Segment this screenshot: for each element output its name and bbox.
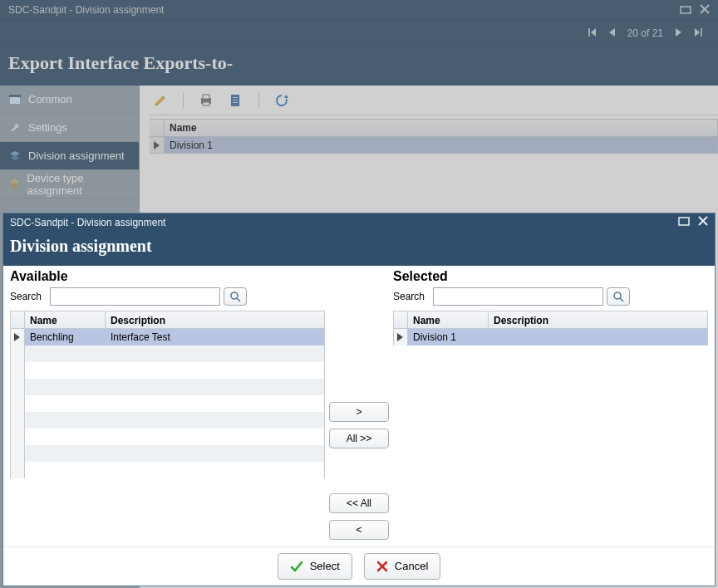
available-search-button[interactable] [224,287,247,306]
available-title: Available [10,269,325,284]
list-row [11,462,324,478]
select-button-label: Select [310,560,340,572]
list-row [11,345,324,362]
selected-search-button[interactable] [607,287,630,306]
move-right-button[interactable]: > [329,402,389,422]
col-description: Description [489,311,707,328]
row-indicator-icon [394,329,408,345]
col-name: Name [408,311,489,328]
available-search-label: Search [10,291,42,302]
col-description: Description [106,311,324,328]
magnifier-icon [612,291,624,302]
list-row [11,379,324,395]
available-search-input[interactable] [50,287,220,306]
available-list-header: Name Description [10,311,325,329]
dialog-maximize-icon[interactable] [678,216,690,228]
list-row [11,412,324,429]
available-pane: Available Search Name Description [10,269,325,546]
col-name: Name [25,311,106,328]
available-cell-name: Benchling [25,331,106,343]
move-all-right-button[interactable]: All >> [329,429,389,448]
check-icon [290,560,303,573]
cancel-button[interactable]: Cancel [364,553,440,580]
select-button[interactable]: Select [278,553,352,580]
dialog-heading: Division assignment [3,232,715,266]
list-row [11,362,324,379]
selected-pane: Selected Search Name Description [393,269,708,546]
magnifier-icon [229,291,241,302]
list-row [11,445,324,462]
division-assignment-dialog: SDC-Sandpit - Division assignment Divisi… [2,213,716,586]
selected-list-body: Division 1 [393,329,708,345]
selected-search-input[interactable] [433,287,603,306]
svg-rect-20 [679,218,689,225]
list-row [11,429,324,445]
selected-list-header: Name Description [393,311,708,329]
available-list-body: Benchling Interface Test [10,329,325,478]
svg-point-23 [614,292,621,299]
selected-title: Selected [393,269,708,284]
move-left-button[interactable]: < [329,520,389,540]
available-row[interactable]: Benchling Interface Test [11,329,324,345]
x-icon [376,561,388,572]
selected-row[interactable]: Division 1 [394,329,707,345]
dialog-close-icon[interactable] [698,216,708,228]
dialog-titlebar: SDC-Sandpit - Division assignment [3,213,715,232]
svg-marker-24 [397,333,403,341]
selected-search-label: Search [393,291,425,302]
cancel-button-label: Cancel [395,560,428,572]
selected-cell-name: Division 1 [408,331,489,343]
dialog-title: SDC-Sandpit - Division assignment [10,217,165,228]
dialog-footer: Select Cancel [3,546,715,586]
transfer-buttons: > All >> << All < [325,269,393,546]
svg-point-21 [231,292,238,299]
move-all-left-button[interactable]: << All [329,493,389,513]
row-indicator-icon [11,329,25,345]
list-row [11,395,324,412]
available-cell-desc: Interface Test [106,331,324,343]
svg-marker-22 [14,333,20,341]
